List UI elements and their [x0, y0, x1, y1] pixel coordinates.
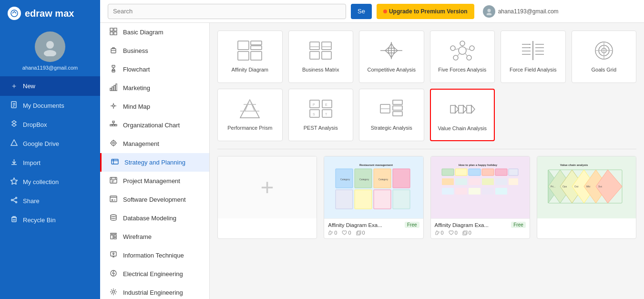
svg-rect-39	[112, 121, 114, 123]
five-forces-icon	[449, 39, 476, 62]
svg-text:T: T	[325, 113, 327, 116]
svg-rect-161	[482, 169, 494, 175]
menu-item-label: Industrial Engineering	[123, 289, 183, 296]
example-affinity-1[interactable]: Restaurant management Category Category	[324, 156, 423, 239]
sidebar-item-new[interactable]: ＋ New	[0, 76, 100, 96]
menu-item-wireframe[interactable]: Wireframe	[100, 227, 209, 246]
sidebar-item-my-documents[interactable]: My Documents	[0, 96, 100, 115]
svg-text:Pri...: Pri...	[551, 185, 555, 188]
template-business-matrix[interactable]: Business Matrix	[288, 31, 354, 83]
topbar: Se Upgrade to Premium Version ahana1193@…	[100, 0, 644, 23]
template-affinity-diagram[interactable]: Affinity Diagram	[217, 31, 283, 83]
menu-item-mind-map[interactable]: Mind Map	[100, 97, 209, 116]
sidebar-item-label: Share	[23, 197, 40, 205]
goals-grid-icon	[591, 39, 617, 62]
menu-item-business[interactable]: Business	[100, 41, 209, 60]
svg-rect-169	[509, 178, 518, 185]
user-info: ahana1193@gmail.com	[483, 5, 559, 18]
menu-item-software-development[interactable]: Software Development	[100, 190, 209, 209]
template-strategic-analysis[interactable]: Strategic Analysis	[359, 89, 424, 141]
svg-point-46	[112, 142, 114, 144]
sidebar-item-google-drive[interactable]: Google Drive	[0, 134, 100, 153]
menu-item-label: Wireframe	[123, 233, 152, 240]
svg-rect-172	[469, 188, 480, 195]
menu-item-database-modeling[interactable]: Database Modeling	[100, 209, 209, 227]
sidebar-item-share[interactable]: Share	[0, 191, 100, 210]
menu-item-label: Business	[123, 47, 148, 54]
svg-point-34	[112, 105, 114, 107]
force-field-label: Force Field Analysis	[510, 66, 556, 73]
menu-item-management[interactable]: Management	[100, 134, 209, 153]
like-count-1: 0	[328, 230, 337, 236]
business-icon	[109, 46, 118, 55]
sidebar-item-import[interactable]: Import	[0, 153, 100, 172]
svg-marker-138	[455, 105, 459, 113]
svg-rect-66	[111, 233, 116, 234]
user-email: ahana1193@gmail.com	[22, 65, 78, 71]
app-logo: edraw max	[0, 0, 100, 27]
template-value-chain[interactable]: Value Chain Analysis	[430, 89, 495, 141]
copy-count-1: 0	[356, 230, 365, 236]
menu-item-industrial-engineering[interactable]: Industrial Engineering	[100, 283, 209, 299]
svg-marker-142	[471, 105, 475, 113]
right-panel: Affinity Diagram Busines	[210, 23, 644, 299]
menu-item-organizational-chart[interactable]: Organizational Chart	[100, 116, 209, 134]
svg-rect-77	[238, 41, 249, 50]
template-goals-grid[interactable]: Goals Grid	[572, 31, 637, 83]
database-icon	[109, 214, 118, 223]
svg-marker-28	[112, 68, 115, 70]
template-competitive-analysis[interactable]: Competitive Analysis	[359, 31, 424, 83]
svg-rect-79	[251, 46, 262, 50]
svg-line-122	[245, 100, 250, 111]
template-pest-analysis[interactable]: P E S T PEST Analysis	[288, 89, 354, 141]
svg-rect-60	[110, 196, 117, 202]
svg-text:Svc: Svc	[598, 185, 603, 188]
svg-line-101	[466, 49, 470, 50]
example-value-chain[interactable]: Value chain analysis Pri... Ops Out Mkt	[537, 156, 636, 239]
svg-rect-78	[251, 41, 262, 45]
svg-text:Restaurant management: Restaurant management	[359, 164, 393, 166]
menu-item-label: Organizational Chart	[123, 122, 180, 129]
svg-line-104	[455, 49, 459, 50]
svg-rect-149	[355, 190, 372, 209]
search-input[interactable]	[108, 4, 346, 19]
menu-item-basic-diagram[interactable]: Basic Diagram	[100, 23, 209, 41]
svg-text:Value chain analysis: Value chain analysis	[560, 164, 588, 166]
sidebar: edraw max ahana1193@gmail.com ＋ New	[0, 0, 100, 299]
project-mgmt-icon	[109, 176, 118, 186]
svg-rect-31	[112, 87, 113, 91]
management-icon	[109, 139, 118, 148]
svg-rect-176	[464, 231, 467, 234]
example-footer-2: Affinity Diagram Exa... Free 0 0	[431, 218, 530, 238]
template-five-forces[interactable]: Five Forces Analysis	[430, 31, 495, 83]
template-force-field[interactable]: Force Field Analysis	[501, 31, 566, 83]
svg-rect-27	[112, 65, 115, 67]
sidebar-item-dropbox[interactable]: DropBox	[0, 115, 100, 134]
menu-item-project-management[interactable]: Project Management	[100, 172, 209, 190]
svg-text:Ops: Ops	[562, 185, 567, 188]
svg-rect-156	[358, 231, 361, 234]
example-affinity-2[interactable]: How to plan a happy holiday	[430, 156, 530, 239]
svg-rect-23	[110, 32, 113, 35]
search-button[interactable]: Se	[351, 4, 372, 19]
add-new-card[interactable]: +	[217, 156, 317, 239]
basic-diagram-icon	[109, 28, 118, 37]
menu-item-label: Flowchart	[123, 66, 150, 73]
menu-item-electrical-engineering[interactable]: Electrical Engineering	[100, 265, 209, 283]
upgrade-button[interactable]: Upgrade to Premium Version	[377, 4, 474, 19]
avatar	[35, 31, 65, 62]
example-title-1: Affinity Diagram Exa...	[328, 222, 382, 228]
svg-line-102	[465, 53, 467, 56]
sidebar-item-my-collection[interactable]: My collection	[0, 172, 100, 191]
menu-item-flowchart[interactable]: Flowchart	[100, 60, 209, 79]
strategic-analysis-label: Strategic Analysis	[371, 124, 412, 131]
menu-item-marketing[interactable]: Marketing	[100, 79, 209, 97]
menu-item-strategy-and-planning[interactable]: Strategy and Planning	[100, 153, 209, 172]
svg-point-1	[46, 41, 54, 49]
template-performance-prism[interactable]: Performance Prism	[217, 89, 283, 141]
example-footer-1: Affinity Diagram Exa... Free 0 0	[324, 218, 423, 238]
sidebar-item-recycle-bin[interactable]: Recycle Bin	[0, 210, 100, 229]
sidebar-item-label: My Documents	[23, 102, 64, 109]
menu-item-label: Electrical Engineering	[123, 270, 183, 278]
menu-item-information-technique[interactable]: Information Technique	[100, 246, 209, 265]
